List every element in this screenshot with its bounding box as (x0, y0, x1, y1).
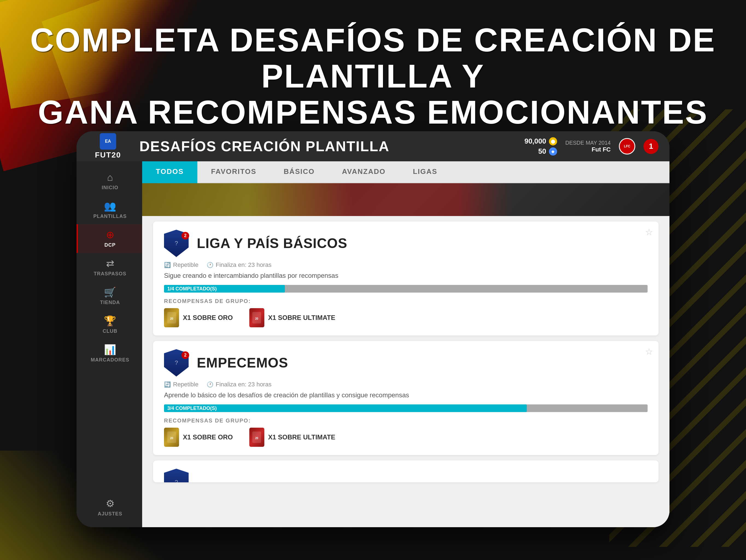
heading-line2: GANA RECOMPENSAS EMOCIONANTES (38, 94, 708, 131)
sidebar-item-dcp[interactable]: ⊕ DCP (77, 224, 142, 253)
reward-ultimate-label-1: x1 SOBRE ULTIMATE (268, 314, 336, 321)
sidebar: ⌂ INICIO 👥 PLANTILLAS ⊕ DCP ⇄ TRASPASOS … (77, 161, 142, 527)
reward-gold-2: 20 x1 SOBRE ORO (164, 428, 233, 447)
sidebar-item-marcadores[interactable]: 📊 MARCADORES (77, 339, 142, 368)
traspasos-icon: ⇄ (106, 258, 114, 269)
reward-ultimate-1: 20 x1 SOBRE ULTIMATE (249, 308, 336, 327)
club-name-label: Fut FC (592, 146, 611, 153)
points-row: 50 ◆ (538, 147, 557, 156)
top-bar: EA FUT20 DESAFÍOS CREACIÓN PLANTILLA 90,… (77, 131, 669, 161)
app-ui: EA FUT20 DESAFÍOS CREACIÓN PLANTILLA 90,… (77, 131, 669, 527)
card-title-1: LIGA Y PAÍS BÁSICOS (197, 235, 347, 251)
top-right-area: 90,000 ⬤ 50 ◆ DESDE MAY 2014 Fut FC LFC … (524, 137, 659, 156)
card-desc-2: Aprende lo básico de los desafíos de cre… (164, 391, 648, 399)
svg-text:20: 20 (170, 437, 173, 440)
progress-bar-fill-1: 1/4 COMPLETADO(S) (164, 285, 285, 292)
meta-repeat-1: 🔄 Repetible (164, 261, 198, 269)
ea-label: EA (105, 139, 111, 144)
shield-number-1: 2 (181, 232, 189, 240)
main-heading: COMPLETA DESAFÍOS DE CREACIÓN DE PLANTIL… (0, 22, 746, 130)
sidebar-item-inicio[interactable]: ⌂ INICIO (77, 167, 142, 196)
card-title-2: EMPECEMOS (197, 355, 288, 371)
rewards-label-2: RECOMPENSAS DE GRUPO: (164, 418, 648, 424)
star-button-1[interactable]: ☆ (645, 227, 653, 237)
traspasos-label: TRASPASOS (94, 271, 126, 277)
notification-badge[interactable]: 1 (643, 139, 659, 154)
challenge-card-liga-pais: ☆ ? 2 LIGA Y PAÍS BÁSICOS 🔄 Repetible (153, 222, 659, 336)
repeat-label-1: Repetible (173, 261, 198, 269)
sidebar-item-tienda[interactable]: 🛒 TIENDA (77, 282, 142, 310)
time-label-2: Finaliza en: 23 horas (216, 381, 271, 388)
ea-badge: EA (100, 133, 116, 149)
lfc-badge: LFC (619, 138, 635, 155)
tab-avanzado[interactable]: AVANZADO (328, 161, 399, 183)
card-desc-1: Sigue creando e intercambiando plantilla… (164, 272, 648, 279)
repeat-label-2: Repetible (173, 381, 198, 388)
sidebar-item-ajustes[interactable]: ⚙ AJUSTES (77, 493, 142, 522)
card-header-2: ? 2 EMPECEMOS (164, 349, 648, 376)
tab-favoritos[interactable]: FAVORITOS (197, 161, 270, 183)
heading-line1: COMPLETA DESAFÍOS DE CREACIÓN DE PLANTIL… (30, 22, 716, 94)
meta-time-2: 🕐 Finaliza en: 23 horas (207, 381, 271, 388)
rewards-row-2: 20 x1 SOBRE ORO 20 (164, 428, 648, 447)
meta-time-1: 🕐 Finaliza en: 23 horas (207, 261, 271, 269)
star-button-2[interactable]: ☆ (645, 346, 653, 357)
ultimate-pack-icon-1: 20 (249, 308, 264, 327)
since-badge: DESDE MAY 2014 Fut FC (565, 140, 611, 153)
tienda-icon: 🛒 (104, 286, 116, 298)
card-header-1: ? 2 LIGA Y PAÍS BÁSICOS (164, 230, 648, 257)
inicio-label: INICIO (102, 185, 118, 191)
time-label-1: Finaliza en: 23 horas (216, 261, 271, 269)
clock-icon-1: 🕐 (207, 262, 213, 268)
reward-gold-label-2: x1 SOBRE ORO (183, 433, 233, 441)
reward-gold-1: 20 x1 SOBRE ORO (164, 308, 233, 327)
clock-icon-2: 🕐 (207, 381, 213, 388)
dcp-icon: ⊕ (106, 229, 114, 241)
sidebar-item-club[interactable]: 🏆 CLUB (77, 310, 142, 339)
progress-text-1: 1/4 COMPLETADO(S) (167, 286, 217, 292)
page-title: DESAFÍOS CREACIÓN PLANTILLA (139, 138, 524, 155)
since-label: DESDE MAY 2014 (565, 140, 611, 146)
club-label: CLUB (103, 328, 118, 334)
progress-text-2: 3/4 COMPLETADO(S) (167, 405, 217, 411)
progress-bar-wrap-2: 3/4 COMPLETADO(S) (164, 404, 648, 412)
inicio-icon: ⌂ (107, 172, 113, 183)
repeat-icon: 🔄 (164, 262, 171, 268)
banner-area (142, 183, 669, 216)
marcadores-icon: 📊 (104, 344, 116, 356)
svg-text:20: 20 (255, 317, 259, 320)
sidebar-item-plantillas[interactable]: 👥 PLANTILLAS (77, 196, 142, 224)
reward-gold-label-1: x1 SOBRE ORO (183, 314, 233, 321)
gold-coins-row: 90,000 ⬤ (524, 137, 557, 145)
card-meta-1: 🔄 Repetible 🕐 Finaliza en: 23 horas (164, 261, 648, 269)
plantillas-label: PLANTILLAS (93, 214, 127, 219)
tienda-label: TIENDA (100, 300, 120, 305)
shield-number-2: 2 (181, 352, 189, 359)
gold-pack-icon-1: 20 (164, 308, 179, 327)
ajustes-label: AJUSTES (97, 511, 122, 517)
card-header-partial: ? (164, 469, 648, 482)
dcp-label: DCP (105, 242, 116, 248)
repeat-icon-2: 🔄 (164, 381, 171, 388)
club-icon: 🏆 (104, 315, 116, 327)
svg-text:20: 20 (170, 317, 173, 320)
tab-basico[interactable]: BÁSICO (270, 161, 328, 183)
progress-bar-fill-2: 3/4 COMPLETADO(S) (164, 404, 527, 412)
tab-ligas[interactable]: LIGAS (399, 161, 451, 183)
gold-pack-icon-2: 20 (164, 428, 179, 447)
main-panel: TODOS FAVORITOS BÁSICO AVANZADO LIGAS (142, 161, 669, 527)
plantillas-icon: 👥 (104, 200, 116, 212)
card-meta-2: 🔄 Repetible 🕐 Finaliza en: 23 horas (164, 381, 648, 388)
tab-todos[interactable]: TODOS (142, 161, 197, 183)
points-value: 50 (538, 147, 546, 156)
sidebar-item-traspasos[interactable]: ⇄ TRASPASOS (77, 253, 142, 282)
shield-icon-partial: ? (164, 469, 189, 482)
marcadores-label: MARCADORES (91, 357, 129, 363)
rewards-label-1: RECOMPENSAS DE GRUPO: (164, 298, 648, 304)
coins-area: 90,000 ⬤ 50 ◆ (524, 137, 557, 156)
coins-value: 90,000 (524, 137, 546, 145)
fut-logo: FUT20 (95, 151, 121, 160)
ultimate-pack-icon-2: 20 (249, 428, 264, 447)
meta-repeat-2: 🔄 Repetible (164, 381, 198, 388)
ajustes-icon: ⚙ (106, 498, 115, 509)
